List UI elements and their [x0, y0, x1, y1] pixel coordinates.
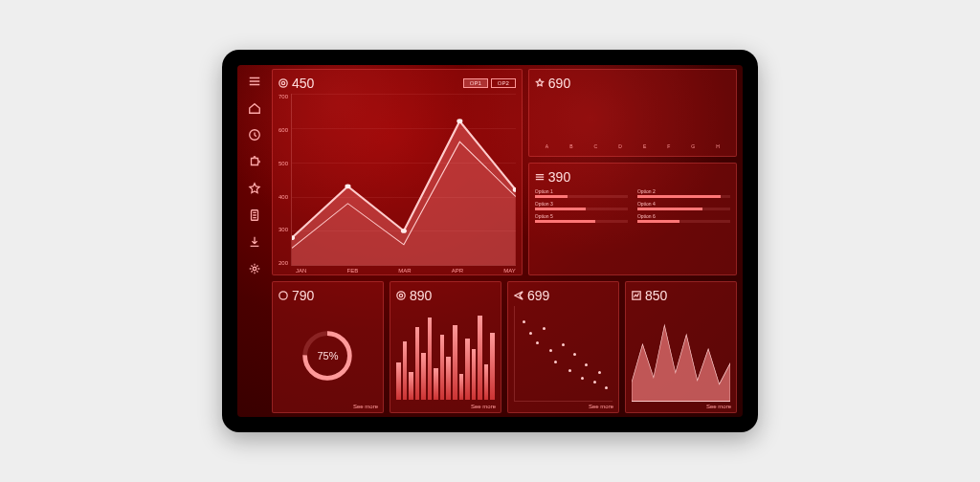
area-metric: 450: [292, 76, 314, 91]
donut-metric: 790: [292, 288, 314, 303]
bars-icon: [535, 172, 545, 182]
area-y-axis: 700600500400300200: [278, 94, 291, 266]
star-icon: [535, 78, 545, 88]
sbars-metric: 890: [410, 288, 432, 303]
svg-point-14: [399, 295, 402, 297]
svg-point-2: [253, 267, 256, 271]
tablet-frame: 450 OP1 OP2 700600500400300200 JANFEBMAR…: [222, 50, 758, 432]
donut-panel: 790 75% See more: [272, 281, 384, 413]
menu-icon[interactable]: [248, 75, 261, 88]
chart-icon: [632, 291, 641, 300]
svg-point-8: [457, 119, 462, 123]
see-more-link[interactable]: See more: [589, 404, 613, 409]
dashboard-content: 450 OP1 OP2 700600500400300200 JANFEBMAR…: [272, 65, 743, 417]
target-icon: [278, 78, 288, 88]
donut-chart: 75%: [301, 329, 354, 383]
donut-percent: 75%: [301, 329, 354, 383]
op2-button[interactable]: OP2: [491, 78, 516, 88]
op1-button[interactable]: OP1: [463, 78, 488, 88]
bar-plot: ABCDEFGH: [535, 94, 730, 149]
area-x-axis: JANFEBMARAPRMAY: [278, 268, 516, 274]
target-icon: [396, 291, 406, 300]
send-icon: [514, 291, 523, 300]
area-chart-panel: 450 OP1 OP2 700600500400300200 JANFEBMAR…: [272, 69, 523, 275]
svg-point-6: [345, 185, 350, 189]
bar-metric: 690: [548, 76, 570, 91]
spark-metric: 850: [645, 288, 667, 303]
svg-point-13: [397, 292, 405, 299]
svg-point-3: [279, 79, 287, 87]
see-more-link[interactable]: See more: [471, 404, 496, 409]
sbars-plot: [396, 306, 495, 402]
spark-plot: [632, 306, 730, 402]
circle-icon: [278, 291, 288, 300]
small-bars-panel: 890 See more: [390, 281, 501, 413]
see-more-link[interactable]: See more: [706, 404, 731, 409]
download-icon[interactable]: [248, 235, 261, 249]
document-icon[interactable]: [248, 208, 261, 222]
progress-list: Option 1Option 2Option 3Option 4Option 5…: [535, 188, 730, 223]
clock-icon[interactable]: [248, 128, 261, 142]
sidebar: [237, 65, 272, 417]
svg-point-4: [281, 81, 284, 84]
progress-metric: 390: [548, 169, 570, 185]
area-plot: [291, 94, 516, 266]
scatter-plot: [514, 306, 612, 402]
see-more-link[interactable]: See more: [353, 404, 378, 409]
dashboard-screen: 450 OP1 OP2 700600500400300200 JANFEBMAR…: [237, 65, 743, 417]
sparkline-panel: 850 See more: [625, 281, 737, 413]
star-icon[interactable]: [248, 182, 261, 195]
svg-point-10: [279, 292, 287, 299]
scatter-metric: 699: [527, 288, 549, 303]
puzzle-icon[interactable]: [248, 155, 261, 168]
bar-chart-panel: 690 ABCDEFGH: [528, 69, 737, 157]
progress-panel: 390 Option 1Option 2Option 3Option 4Opti…: [528, 163, 737, 276]
scatter-panel: 699 See more: [507, 281, 619, 413]
home-icon[interactable]: [248, 101, 261, 115]
gear-icon[interactable]: [248, 262, 261, 275]
